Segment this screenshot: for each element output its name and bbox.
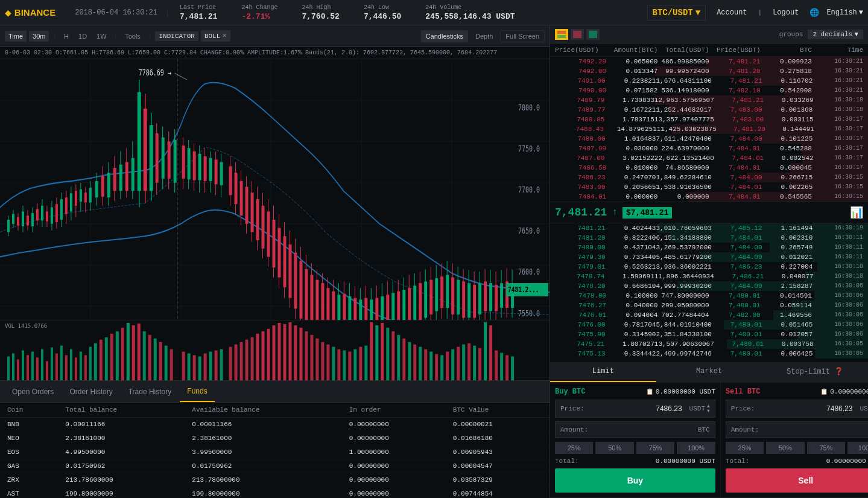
svg-rect-306 [435,354,438,380]
tab-header: Open Orders Order History Trade History … [0,381,550,403]
chart-canvas[interactable]: 7800.0 7750.0 7700.0 7650.0 7600.0 7550.… [0,59,550,380]
tab-trade-history[interactable]: Trade History [121,381,179,402]
bid-row[interactable]: 7478.20 0.668610 4,999.99930200 7,484.00… [550,281,868,291]
bid-row[interactable]: 7479.01 0.526321 3,936.36002221 7,486.23… [550,262,868,272]
funds-row: NEO 2.38161000 2.38161000 0.00000000 0.0… [0,432,550,445]
ask-row[interactable]: 7486.58 0.010000 74.86580000 7,484.01 0.… [550,163,868,173]
bid-row[interactable]: 7475.21 1.807027 13,507.90630067 7,480.0… [550,339,868,349]
fund-in-order: 0.00000000 [342,459,446,473]
sell-50pct[interactable]: 50% [766,442,804,454]
sell-button[interactable]: Sell [726,468,868,493]
chart-area: Time 30m | H 1D 1W | Tools | INDICATOR B… [0,25,550,498]
tab-limit[interactable]: Limit [550,362,656,382]
bid-row[interactable]: 7478.74 1.590691 11,896.36440934 7,486.2… [550,272,868,281]
bid-row[interactable]: 7479.30 0.733440 5,485.61779200 7,484.00… [550,252,868,262]
account-link[interactable]: Account [713,6,750,19]
bid-row[interactable]: 7476.27 0.040000 299.05080000 7,480.01 0… [550,301,868,310]
tab-open-orders[interactable]: Open Orders [5,381,61,402]
tab-order-history[interactable]: Order History [62,381,119,402]
bid-row[interactable]: 7476.00 0.781704 5,844.01910400 7,480.01… [550,320,868,330]
depth-btn[interactable]: Depth [470,30,498,42]
bid-row[interactable]: 7478.00 0.100000 747.80000000 7,480.01 0… [550,291,868,301]
boll-close-icon[interactable]: × [222,31,227,40]
sell-amount-input[interactable] [764,422,864,438]
svg-rect-255 [148,335,151,380]
funds-row: ZRX 213.78600000 213.78600000 0.00000000… [0,473,550,487]
svg-text:7800.0: 7800.0 [518,103,540,112]
ask-row[interactable]: 7491.00 0.223821 1,676.64311100 7,481.21… [550,76,868,86]
sell-balance: 📋 0.00000000 BTC [820,388,868,396]
bid-row[interactable]: 7481.21 0.402443 3,010.76059603 7,485.12… [550,223,868,233]
ask-row[interactable]: 7488.43 14.879625 111,425.03023875 7,481… [550,124,868,134]
buy-100pct[interactable]: 100% [677,442,715,454]
h-btn[interactable]: H [60,31,72,42]
time-btn[interactable]: Time [5,31,27,42]
ask-row[interactable]: 7489.77 0.167221 1,252.44682917 7,483.00… [550,105,868,115]
datetime: 2018-06-04 16:30:21 [65,8,168,17]
svg-rect-247 [105,337,108,380]
ob-view-buys[interactable] [586,29,600,40]
logout-link[interactable]: Logout [769,6,802,19]
funds-tab-content: Coin Total balance Available balance In … [0,403,550,498]
svg-rect-280 [294,325,297,380]
buy-price-stepper[interactable]: ▲▼ [707,404,710,413]
ask-row[interactable]: 7488.85 1.783715 13,357.97407775 7,483.0… [550,115,868,124]
bid-row[interactable]: 7480.00 0.437104 3,269.53792000 7,484.00… [550,243,868,252]
tab-market[interactable]: Market [656,362,762,382]
ask-row[interactable]: 7492.29 0.065000 486.99885000 7,481.21 0… [550,57,868,66]
svg-text:7700.0: 7700.0 [518,185,540,194]
nav-right: BTC/USDT ▼ Account | Logout 🌐 English ▼ [647,5,864,21]
trade-tabs: Limit Market Stop-Limit ❓ [550,362,868,383]
bid-row[interactable]: 7476.01 0.094004 702.77484404 7,482.00 1… [550,310,868,320]
buy-amount-input[interactable] [593,422,693,438]
ask-row[interactable]: 7486.23 0.247070 1,849.62284610 7,484.00… [550,173,868,182]
ob-decimals-selector[interactable]: 2 decimals ▼ [808,30,863,39]
interval-30m-btn[interactable]: 30m [29,31,49,42]
sell-price-input[interactable] [759,401,855,417]
buy-25pct[interactable]: 25% [555,442,593,454]
pair-selector[interactable]: BTC/USDT ▼ [647,5,706,21]
ob-view-sells[interactable] [571,29,584,40]
buy-75pct[interactable]: 75% [636,442,674,454]
ask-row[interactable]: 7489.79 1.730833 12,963.57569507 7,481.2… [550,95,868,105]
buy-50pct[interactable]: 50% [595,442,633,454]
w1-btn[interactable]: 1W [93,31,110,42]
buy-price-input[interactable] [589,401,685,417]
sell-100pct[interactable]: 100% [847,442,868,454]
language-selector[interactable]: English ▼ [826,8,863,17]
buy-balance: 📋 0.00000000 USDT [646,388,715,396]
bid-row[interactable]: 7475.13 0.334442 2,499.99742746 7,480.01… [550,349,868,359]
top-nav: ◆ BINANCE 2018-06-04 16:30:21 Last Price… [0,0,868,25]
boll-indicator[interactable]: BOLL × [201,30,230,42]
ob-view-both[interactable] [555,29,568,40]
tools-btn[interactable]: Tools [121,31,144,42]
d1-btn[interactable]: 1D [75,31,90,42]
candlesticks-btn[interactable]: Candlesticks [421,30,468,42]
right-panel: groups 2 decimals ▼ Price(USDT) Amount(B… [550,25,868,498]
sell-25pct[interactable]: 25% [726,442,764,454]
svg-rect-54 [107,173,110,197]
indicator-btn[interactable]: INDICATOR [155,31,198,41]
copy-icon[interactable]: 📋 [646,388,653,395]
ask-row[interactable]: 7490.00 0.071582 536.14918000 7,482.10 0… [550,86,868,95]
svg-rect-237 [55,353,58,380]
ask-row[interactable]: 7487.99 0.030000 224.63970000 7,484.01 0… [550,144,868,153]
ask-row[interactable]: 7488.00 1.016483 7,611.42470400 7,484.00… [550,134,868,144]
svg-rect-243 [84,355,87,380]
tab-funds[interactable]: Funds [180,381,214,402]
ask-row[interactable]: 7487.00 3.021522 22,622.13521400 7,484.0… [550,153,868,163]
bid-row[interactable]: 7481.20 0.822240 6,151.34188800 7,484.01… [550,233,868,243]
ask-row[interactable]: 7484.01 0.000000 0.000000 7,484.01 0.545… [550,192,868,202]
bid-row[interactable]: 7475.90 0.314590 2,351.84338100 7,480.01… [550,330,868,339]
buy-button[interactable]: Buy [555,468,715,493]
svg-rect-233 [36,357,39,380]
svg-rect-242 [80,351,82,380]
fullscreen-btn[interactable]: Full Screen [500,30,545,42]
sell-copy-icon[interactable]: 📋 [820,388,828,395]
ask-row[interactable]: 7483.00 0.205665 1,538.91636500 7,484.01… [550,182,868,192]
last-price-item: Last Price 7,481.21 [180,4,217,21]
ask-row[interactable]: 7492.00 0.013347 99.99572400 7,481.20 0.… [550,66,868,76]
sell-75pct[interactable]: 75% [807,442,845,454]
tab-stop-limit[interactable]: Stop-Limit ❓ [762,362,868,382]
svg-rect-252 [132,325,135,380]
